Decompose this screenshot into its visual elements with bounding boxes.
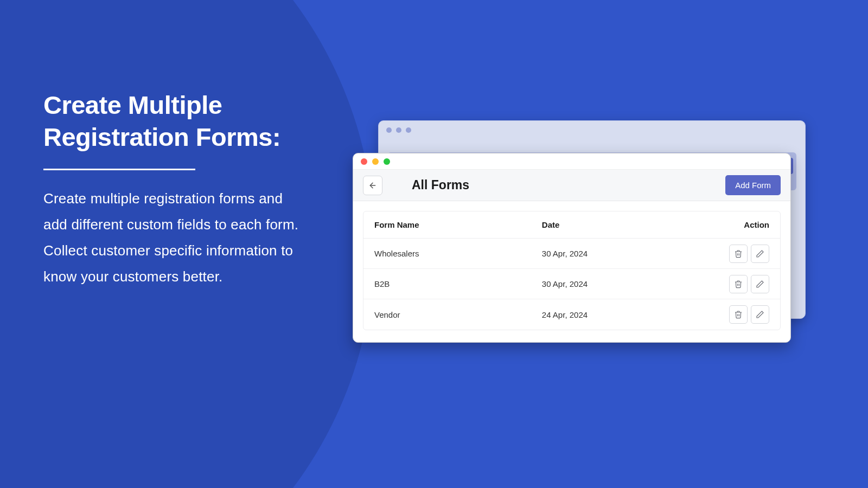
window-titlebar [353,153,790,170]
cell-date: 24 Apr, 2024 [542,310,686,319]
row-actions [686,275,769,293]
table-row: B2B 30 Apr, 2024 [363,269,780,299]
edit-button[interactable] [751,245,769,263]
headline-divider [43,169,195,170]
background-window-titlebar [379,121,805,139]
delete-button[interactable] [729,275,748,293]
traffic-light-icon [396,127,401,133]
add-form-button[interactable]: Add Form [725,175,781,195]
trash-icon [734,249,743,258]
col-header-action: Action [686,220,769,229]
delete-button[interactable] [729,245,748,263]
pencil-icon [756,280,764,288]
description: Create multiple registration forms and a… [43,185,304,290]
delete-button[interactable] [729,305,748,324]
app-window: All Forms Add Form Form Name Date Action… [353,153,791,343]
maximize-icon[interactable] [384,158,390,165]
cell-name: Wholesalers [374,249,542,258]
arrow-left-icon [368,181,377,190]
back-button[interactable] [363,176,382,195]
row-actions [686,305,769,324]
col-header-date: Date [542,220,686,229]
row-actions [686,245,769,263]
minimize-icon[interactable] [372,158,379,165]
cell-date: 30 Apr, 2024 [542,279,686,288]
cell-name: B2B [374,279,542,288]
headline: Create Multiple Registration Forms: [43,89,304,153]
page-title: All Forms [412,178,469,192]
col-header-name: Form Name [374,220,542,229]
traffic-light-icon [406,127,411,133]
trash-icon [734,280,743,288]
trash-icon [734,310,743,319]
edit-button[interactable] [751,305,769,324]
table-header: Form Name Date Action [363,211,780,239]
forms-table: Form Name Date Action Wholesalers 30 Apr… [363,211,781,330]
traffic-light-icon [386,127,392,133]
edit-button[interactable] [751,275,769,293]
cell-date: 30 Apr, 2024 [542,249,686,258]
pencil-icon [756,249,764,258]
cell-name: Vendor [374,310,542,319]
pencil-icon [756,310,764,319]
table-row: Vendor 24 Apr, 2024 [363,299,780,330]
page-header: All Forms Add Form [353,170,790,201]
marketing-copy: Create Multiple Registration Forms: Crea… [43,89,304,290]
table-row: Wholesalers 30 Apr, 2024 [363,239,780,269]
close-icon[interactable] [361,158,367,165]
